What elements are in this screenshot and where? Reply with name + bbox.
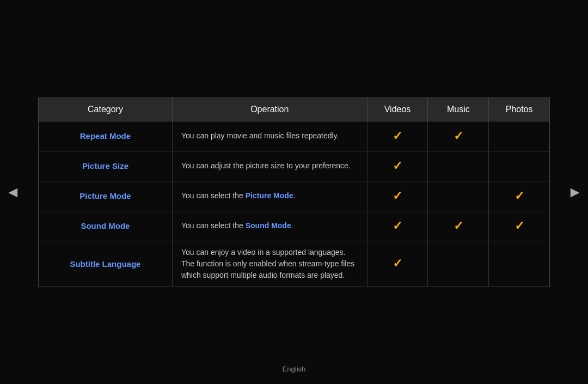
header-videos: Videos	[367, 97, 428, 121]
photos-check: ✓	[489, 181, 550, 211]
nav-arrow-left[interactable]: ◄	[5, 184, 21, 201]
category-label: Sound Mode	[39, 211, 173, 241]
category-label: Subtitle Language	[39, 241, 173, 287]
table-row: Picture Size You can adjust the picture …	[39, 151, 550, 181]
picture-mode-link: Picture Mode	[246, 191, 293, 200]
photos-check: ✓	[489, 211, 550, 241]
nav-arrow-right[interactable]: ►	[567, 184, 583, 201]
videos-check: ✓	[367, 121, 428, 151]
features-table: Category Operation Videos Music Photos R…	[38, 97, 550, 287]
music-check: ✓	[428, 211, 489, 241]
music-check	[428, 241, 489, 287]
main-table-container: Category Operation Videos Music Photos R…	[38, 97, 550, 287]
operation-text: You can select the Sound Mode.	[172, 211, 367, 241]
operation-text: You can select the Picture Mode.	[172, 181, 367, 211]
header-photos: Photos	[489, 97, 550, 121]
operation-text: You can adjust the picture size to your …	[172, 151, 367, 181]
music-check: ✓	[428, 121, 489, 151]
videos-check: ✓	[367, 151, 428, 181]
table-header-row: Category Operation Videos Music Photos	[39, 97, 550, 121]
category-label: Repeat Mode	[39, 121, 173, 151]
header-operation: Operation	[172, 97, 367, 121]
music-check	[428, 151, 489, 181]
footer-language: English	[283, 365, 306, 373]
videos-check: ✓	[367, 241, 428, 287]
operation-text: You can enjoy a video in a supported lan…	[172, 241, 367, 287]
music-check	[428, 181, 489, 211]
videos-check: ✓	[367, 181, 428, 211]
photos-check	[489, 121, 550, 151]
table-row: Picture Mode You can select the Picture …	[39, 181, 550, 211]
table-row: Subtitle Language You can enjoy a video …	[39, 241, 550, 287]
category-label: Picture Size	[39, 151, 173, 181]
table-row: Repeat Mode You can play movie and music…	[39, 121, 550, 151]
table-row: Sound Mode You can select the Sound Mode…	[39, 211, 550, 241]
photos-check	[489, 151, 550, 181]
header-music: Music	[428, 97, 489, 121]
category-label: Picture Mode	[39, 181, 173, 211]
photos-check	[489, 241, 550, 287]
sound-mode-link: Sound Mode	[246, 221, 291, 230]
operation-text: You can play movie and music files repea…	[172, 121, 367, 151]
header-category: Category	[39, 97, 173, 121]
videos-check: ✓	[367, 211, 428, 241]
